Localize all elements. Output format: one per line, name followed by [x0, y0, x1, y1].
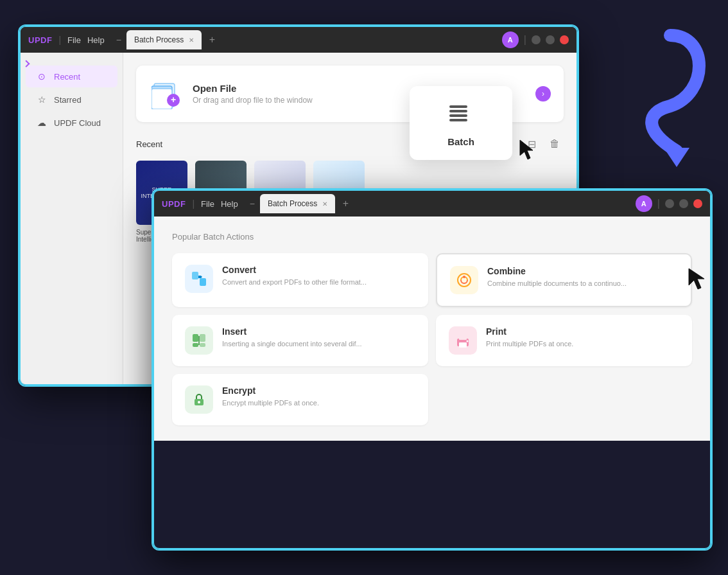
starred-icon: ☆: [36, 94, 48, 105]
open-file-icon: +: [152, 78, 182, 109]
encrypt-wrapper: Encrypt Encrypt multiple PDFs at once.: [172, 374, 428, 425]
tab-close-2[interactable]: ✕: [322, 200, 327, 208]
tab-minus-2[interactable]: −: [250, 199, 255, 209]
batch-card-print[interactable]: Print Print multiple PDFs at once.: [436, 315, 692, 366]
tab-add-2[interactable]: +: [338, 196, 353, 211]
sidebar-item-cloud-label: UPDF Cloud: [54, 118, 101, 128]
sidebar-item-starred-label: Starred: [54, 95, 82, 105]
cursor-arrow-1: [517, 137, 543, 166]
batch-card-insert[interactable]: Insert Inserting a single document into …: [172, 315, 428, 366]
tab-batch-process-1[interactable]: Batch Process ✕: [126, 30, 202, 49]
open-file-arrow[interactable]: ›: [535, 86, 551, 102]
menu-file-2[interactable]: File: [201, 199, 214, 209]
win-controls-2: A |: [636, 195, 702, 212]
combine-texts: Combine Combine multiple documents to a …: [487, 266, 627, 288]
svg-rect-7: [449, 114, 467, 117]
insert-icon: [185, 326, 213, 355]
window-2: UPDF | File Help − Batch Process ✕ + A |…: [153, 190, 711, 549]
svg-rect-6: [449, 110, 467, 112]
svg-rect-16: [193, 334, 198, 342]
svg-marker-15: [689, 269, 704, 289]
divider-1: |: [524, 34, 526, 46]
svg-rect-17: [200, 334, 205, 342]
avatar-2: A: [636, 195, 652, 212]
recent-icon: ⊙: [36, 71, 48, 82]
tab-batch-process-2[interactable]: Batch Process ✕: [260, 194, 335, 213]
recent-label: Recent: [136, 139, 162, 149]
brand-logo-2: UPDF: [162, 199, 186, 209]
batch-popup[interactable]: Batch: [410, 86, 512, 160]
delete-btn[interactable]: 🗑: [546, 135, 564, 153]
insert-texts: Insert Inserting a single document into …: [222, 326, 362, 349]
svg-rect-18: [193, 343, 198, 347]
menu-file-1[interactable]: File: [67, 35, 81, 45]
svg-marker-9: [520, 140, 533, 159]
maximize-btn-1[interactable]: [546, 35, 555, 44]
sidebar-item-cloud[interactable]: ☁ UPDF Cloud: [26, 112, 117, 134]
print-icon: [449, 326, 477, 355]
tab-bar-2: − Batch Process ✕ +: [250, 194, 629, 213]
sidebar-1: ⊙ Recent ☆ Starred ☁ UPDF Cloud: [21, 53, 123, 384]
batch-card-convert[interactable]: Convert Convert and export PDFs to other…: [172, 253, 428, 307]
sidebar-item-recent[interactable]: ⊙ Recent: [26, 66, 117, 87]
cloud-icon: ☁: [36, 117, 48, 128]
titlebar-1: UPDF | File Help − Batch Process ✕ + A |: [21, 27, 576, 53]
tab-bar-1: − Batch Process ✕ +: [116, 30, 496, 49]
cursor-arrow-2: [685, 265, 711, 296]
svg-rect-12: [200, 278, 206, 286]
open-file-texts: Open File Or drag and drop file to the w…: [193, 83, 313, 105]
open-file-title: Open File: [193, 83, 313, 94]
sidebar-item-starred[interactable]: ☆ Starred: [26, 89, 117, 111]
svg-rect-8: [449, 119, 467, 121]
convert-texts: Convert Convert and export PDFs to other…: [222, 265, 367, 287]
maximize-btn-2[interactable]: [679, 199, 688, 208]
svg-rect-5: [449, 105, 467, 108]
win-controls-1: A |: [502, 31, 569, 48]
batch-card-combine[interactable]: Combine Combine multiple documents to a …: [436, 253, 692, 307]
tab-close-1[interactable]: ✕: [189, 37, 194, 44]
batch-card-encrypt[interactable]: Encrypt Encrypt multiple PDFs at once.: [172, 374, 428, 425]
svg-point-26: [198, 401, 200, 403]
convert-icon: [185, 265, 213, 293]
svg-point-24: [467, 341, 469, 342]
batch-grid: Convert Convert and export PDFs to other…: [172, 253, 692, 366]
titlebar-2: UPDF | File Help − Batch Process ✕ + A |: [154, 191, 710, 217]
blue-arrow: [632, 29, 715, 173]
svg-rect-22: [459, 335, 467, 340]
print-texts: Print Print multiple PDFs at once.: [486, 326, 573, 349]
encrypt-texts: Encrypt Encrypt multiple PDFs at once.: [222, 385, 319, 408]
minimize-btn-2[interactable]: [665, 199, 674, 208]
svg-rect-23: [459, 342, 467, 348]
menu-help-2[interactable]: Help: [221, 199, 238, 209]
batch-section-title: Popular Batch Actions: [172, 232, 692, 242]
batch-content: Popular Batch Actions Convert Convert an…: [154, 217, 710, 441]
close-btn-1[interactable]: [560, 35, 569, 44]
svg-point-14: [463, 276, 465, 278]
minimize-btn-1[interactable]: [532, 35, 541, 44]
tab-add-1[interactable]: +: [204, 32, 220, 48]
svg-text:+: +: [171, 94, 176, 105]
open-file-subtitle: Or drag and drop file to the window: [193, 96, 313, 105]
close-btn-2[interactable]: [693, 199, 702, 208]
tab-minus-1[interactable]: −: [116, 35, 121, 45]
brand-logo-1: UPDF: [28, 35, 52, 45]
svg-rect-19: [200, 343, 205, 347]
menu-help-1[interactable]: Help: [87, 35, 105, 45]
svg-rect-11: [192, 272, 198, 279]
divider-2: |: [657, 198, 660, 209]
sidebar-item-recent-label: Recent: [54, 72, 80, 82]
batch-popup-icon: [446, 99, 476, 130]
combine-icon: [450, 266, 478, 294]
encrypt-icon: [185, 385, 213, 414]
svg-marker-10: [664, 148, 689, 167]
batch-popup-label: Batch: [447, 136, 474, 147]
avatar-1: A: [502, 31, 519, 48]
